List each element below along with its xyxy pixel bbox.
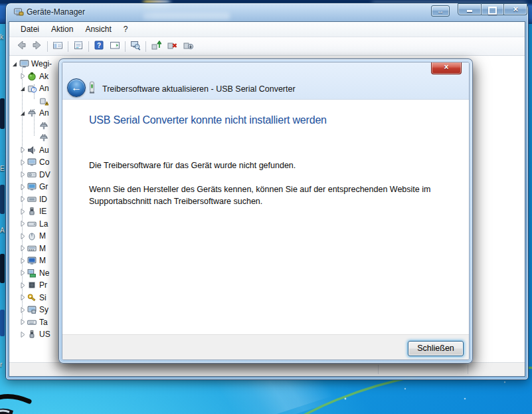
collapsed-expander-icon[interactable] xyxy=(19,318,27,326)
collapsed-expander-icon[interactable] xyxy=(19,146,27,154)
expanded-expander-icon[interactable] xyxy=(11,60,19,68)
back-button[interactable]: ← xyxy=(67,78,86,97)
usb-icon xyxy=(27,330,37,339)
tree-item-label: M xyxy=(39,244,46,253)
ieee1394-icon xyxy=(27,207,37,216)
toolbar-back-button[interactable] xyxy=(13,39,29,54)
dialog-header: ← Treibersoftware aktualisieren - USB Se… xyxy=(62,62,469,100)
tree-item-label: Si xyxy=(39,293,46,302)
scan-hardware-icon xyxy=(130,40,141,53)
toolbar-action-pane-button[interactable] xyxy=(107,39,123,54)
toolbar-scan-hardware-button[interactable] xyxy=(128,39,143,54)
menu-item-ansicht[interactable]: Ansicht xyxy=(79,23,117,35)
desktop-icon[interactable] xyxy=(0,310,5,336)
tree-item-label: M xyxy=(39,231,46,241)
dialog-text-1: Die Treibersoftware für das Gerät wurde … xyxy=(89,159,436,171)
toolbar-uninstall-button[interactable] xyxy=(164,39,180,54)
collapsed-expander-icon[interactable] xyxy=(19,257,27,264)
statusbar-divider xyxy=(378,365,379,374)
toolbar-driver-download-button[interactable] xyxy=(180,39,196,54)
collapsed-expander-icon[interactable] xyxy=(19,158,27,166)
collapsed-expander-icon[interactable] xyxy=(19,330,27,338)
tree-item-label: An xyxy=(39,84,49,93)
schliessen-button[interactable]: Schließen xyxy=(408,341,464,356)
device-manager-titlebar[interactable]: Geräte-Manager ↔ × xyxy=(6,3,528,21)
collapsed-expander-icon[interactable] xyxy=(19,72,27,80)
dialog-title: Treibersoftware aktualisieren - USB Seri… xyxy=(102,84,296,94)
collapsed-expander-icon[interactable] xyxy=(19,281,27,289)
menu-bar: DateiAktionAnsicht? xyxy=(9,22,525,37)
tree-item-label: Co xyxy=(39,157,49,167)
toolbar-help-button[interactable]: ? xyxy=(91,39,107,54)
collapsed-expander-icon[interactable] xyxy=(19,195,27,203)
maximize-icon xyxy=(488,7,497,15)
uninstall-icon xyxy=(167,40,177,53)
dialog-heading: USB Serial Converter konnte nicht instal… xyxy=(89,114,327,126)
toolbar-properties-button[interactable] xyxy=(70,39,86,54)
update-driver-icon xyxy=(151,40,161,53)
dvd-icon xyxy=(27,170,37,179)
collapsed-expander-icon[interactable] xyxy=(19,306,27,314)
menu-item-help[interactable]: ? xyxy=(118,23,134,35)
collapsed-expander-icon[interactable] xyxy=(19,207,27,215)
ports-icon xyxy=(39,121,49,130)
tree-spacer xyxy=(31,122,39,130)
system-icon xyxy=(27,305,37,314)
toolbar-separator xyxy=(47,41,48,52)
dialog-footer: Schließen xyxy=(62,334,469,360)
desktop-icon[interactable] xyxy=(0,254,5,283)
toolbar-forward-button[interactable] xyxy=(29,39,45,54)
mouse-icon xyxy=(27,231,37,241)
caption-buttons: × xyxy=(458,3,527,15)
toolbar-separator xyxy=(88,41,89,52)
update-driver-dialog: ← Treibersoftware aktualisieren - USB Se… xyxy=(58,58,473,363)
collapsed-expander-icon[interactable] xyxy=(19,220,27,228)
tree-spacer xyxy=(31,134,39,142)
expanded-expander-icon[interactable] xyxy=(19,109,27,117)
desktop-icon[interactable] xyxy=(0,98,5,129)
tree-item-label: Gr xyxy=(39,182,48,191)
glass-reflection xyxy=(143,13,230,20)
collapsed-expander-icon[interactable] xyxy=(19,232,27,240)
drive-icon xyxy=(27,219,37,229)
minimize-icon xyxy=(467,10,472,12)
driver-icon xyxy=(88,81,96,97)
tree-item-label: Pr xyxy=(39,280,47,290)
tree-item-label: Au xyxy=(39,146,49,155)
desktop-icon[interactable] xyxy=(0,185,5,214)
collapsed-expander-icon[interactable] xyxy=(19,269,27,277)
resize-button[interactable]: ↔ xyxy=(431,5,450,17)
expanded-expander-icon[interactable] xyxy=(19,84,27,92)
dialog-close-button[interactable]: × xyxy=(431,62,462,74)
toolbar-update-driver-button[interactable] xyxy=(148,39,164,54)
keyboard-icon xyxy=(27,318,37,327)
close-window-button[interactable]: × xyxy=(504,3,527,15)
computer-icon xyxy=(19,59,29,68)
screen: kEAr Geräte-Manager ↔ xyxy=(0,0,532,414)
collapsed-expander-icon[interactable] xyxy=(19,294,27,302)
statusbar-divider xyxy=(468,365,468,374)
minimize-button[interactable] xyxy=(458,3,482,15)
collapsed-expander-icon[interactable] xyxy=(19,171,27,179)
svg-text:?: ? xyxy=(33,88,35,92)
tree-item-label: DV xyxy=(39,170,50,179)
resize-icon: ↔ xyxy=(437,7,444,15)
menu-item-datei[interactable]: Datei xyxy=(15,23,45,35)
dialog-body: ← Treibersoftware aktualisieren - USB Se… xyxy=(62,62,470,360)
ports-icon xyxy=(27,108,37,118)
toolbar-separator xyxy=(145,41,146,52)
desktop-logo-icon[interactable] xyxy=(0,391,40,414)
battery-icon xyxy=(27,72,37,81)
toolbar-separator xyxy=(68,41,68,52)
svg-text:?: ? xyxy=(97,42,101,49)
ide-icon xyxy=(27,195,37,204)
dialog-text-2: Wenn Sie den Hersteller des Geräts kenne… xyxy=(89,183,436,207)
collapsed-expander-icon[interactable] xyxy=(19,183,27,191)
maximize-button[interactable] xyxy=(482,3,505,15)
toolbar-console-tree-button[interactable] xyxy=(50,39,66,54)
collapsed-expander-icon[interactable] xyxy=(19,245,27,253)
computer-icon xyxy=(27,157,37,167)
menu-item-aktion[interactable]: Aktion xyxy=(45,23,79,35)
tree-item-label: Ak xyxy=(39,72,48,81)
unknown-icon: ? xyxy=(27,84,37,93)
